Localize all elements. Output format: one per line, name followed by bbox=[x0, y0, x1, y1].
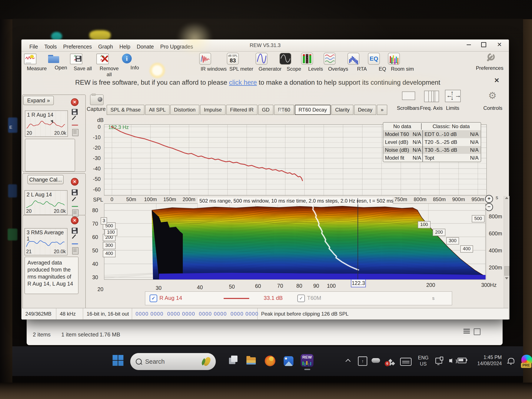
toolbar-button-save-all[interactable]: Save all bbox=[70, 54, 95, 71]
save-measurement-icon[interactable] bbox=[72, 228, 79, 235]
cell-value: N/A bbox=[469, 147, 481, 153]
toolbar-button-preferences[interactable]: Preferences bbox=[473, 53, 507, 71]
t60m-label: T60M bbox=[307, 295, 321, 301]
waterfall-chart[interactable] bbox=[104, 203, 487, 280]
tray-battery-icon[interactable] bbox=[457, 358, 466, 363]
tab-rt60-decay[interactable]: RT60 Decay bbox=[295, 105, 331, 115]
tab--[interactable]: » bbox=[377, 105, 387, 115]
tab-distortion[interactable]: Distortion bbox=[170, 105, 199, 115]
measurement-thumbnail-2[interactable]: 2 L Aug 14 20 20.0k bbox=[25, 190, 67, 215]
tab-filtered-ir[interactable]: Filtered IR bbox=[226, 105, 258, 115]
toolbar-button-open-folder[interactable]: Open bbox=[48, 54, 74, 71]
x-tick: 800m bbox=[413, 196, 427, 202]
x-tick: 50m bbox=[124, 196, 139, 202]
start-button[interactable] bbox=[112, 354, 124, 366]
cell-name: T20 -5..-25 dB bbox=[423, 139, 469, 145]
measurement-thumbnail-1[interactable]: 1 R Aug 14 20 20.0k bbox=[25, 110, 68, 137]
freq-axis-icon[interactable] bbox=[424, 91, 439, 102]
t60m-checkbox[interactable]: ✓ bbox=[297, 295, 305, 302]
tab-impulse[interactable]: Impulse bbox=[200, 105, 226, 115]
tab-gd[interactable]: GD bbox=[258, 105, 273, 115]
toolbar-button-measure[interactable]: Measure bbox=[24, 54, 50, 71]
notes-icon[interactable] bbox=[72, 129, 79, 136]
close-button[interactable]: ✕ bbox=[494, 40, 505, 49]
tab-rt60[interactable]: RT60 bbox=[274, 105, 294, 115]
toolbar-button-spl-meter[interactable]: dB SPL83SPL meter bbox=[227, 53, 256, 72]
rt60-header-right: Classic: No data bbox=[422, 123, 481, 129]
tray-keyboard-icon[interactable] bbox=[400, 358, 412, 366]
tray-volume-icon[interactable] bbox=[446, 357, 455, 365]
tab-clarity[interactable]: Clarity bbox=[331, 105, 354, 115]
tray-dropbox-icon[interactable]: 6 bbox=[386, 356, 394, 365]
remove-measurement-icon[interactable]: ✕ bbox=[71, 178, 78, 186]
controls-gear-icon[interactable]: ⚙ bbox=[488, 91, 497, 101]
tab-spl-phase[interactable]: SPL & Phase bbox=[107, 105, 145, 115]
photos-icon[interactable] bbox=[283, 356, 294, 367]
tray-chevron-up-icon[interactable] bbox=[345, 357, 351, 364]
spl-tick: 40 bbox=[85, 261, 98, 267]
cursor-frequency-readout[interactable]: 122.3 bbox=[351, 279, 366, 287]
zoom-in-icon[interactable]: + bbox=[485, 195, 493, 203]
trace-style-icon[interactable] bbox=[72, 119, 79, 126]
notification-bell-icon[interactable] bbox=[507, 356, 515, 365]
task-view-icon[interactable] bbox=[227, 356, 237, 366]
title-bar[interactable]: FileToolsPreferencesGraphHelpDonatePro U… bbox=[21, 40, 509, 51]
tab-all-spl[interactable]: All SPL bbox=[145, 105, 170, 115]
trace-style-icon[interactable] bbox=[72, 237, 79, 245]
rew-taskbar-icon[interactable]: REW bbox=[300, 354, 314, 367]
capture-camera-icon[interactable] bbox=[90, 95, 104, 105]
toolbar-label: Info bbox=[122, 65, 147, 71]
waterfall-y-axis-label: SPL bbox=[92, 197, 104, 203]
close-icon: ✕ bbox=[497, 42, 502, 48]
series-color-line bbox=[224, 298, 249, 299]
change-cal-button[interactable]: Change Cal... bbox=[27, 175, 64, 184]
change-cal-label: Change Cal... bbox=[29, 177, 62, 183]
save-measurement-icon[interactable] bbox=[72, 189, 79, 197]
limits-button[interactable]: Limits bbox=[442, 105, 463, 111]
remove-measurement-icon[interactable]: ✕ bbox=[71, 98, 78, 106]
maximize-button[interactable] bbox=[478, 40, 489, 49]
clock[interactable]: 1:45 PM 14/08/2024 bbox=[470, 354, 502, 367]
details-view-icon[interactable] bbox=[463, 329, 470, 334]
file-explorer-window[interactable]: 2 items 1 item selected 1.76 MB bbox=[27, 319, 503, 345]
dropbox-badge: 6 bbox=[385, 361, 390, 366]
tray-onedrive-icon[interactable] bbox=[372, 358, 380, 363]
notes-icon[interactable] bbox=[72, 247, 79, 254]
toolbar-button-ir-windows[interactable]: IR windows bbox=[199, 53, 228, 72]
limits-icon[interactable]: ↑↓ ←→ bbox=[445, 90, 461, 102]
file-explorer-icon[interactable] bbox=[246, 356, 257, 366]
toolbar-button-info[interactable]: iInfo bbox=[122, 54, 147, 71]
trace-style-icon[interactable] bbox=[72, 200, 79, 207]
donation-link[interactable]: click here bbox=[229, 79, 257, 86]
search-box[interactable]: Search bbox=[130, 353, 216, 370]
tray-share-screen-icon[interactable]: ↑ bbox=[358, 356, 367, 366]
tab-decay[interactable]: Decay bbox=[354, 105, 376, 115]
desktop-icon-label-fragment: E bbox=[9, 125, 12, 130]
tray-cast-icon[interactable] bbox=[435, 357, 443, 365]
copilot-icon[interactable]: PRE bbox=[520, 354, 532, 367]
expand-button[interactable]: Expand » bbox=[23, 96, 54, 105]
scrollbars-icon[interactable] bbox=[402, 91, 415, 100]
language-indicator[interactable]: ENG US bbox=[415, 355, 431, 367]
series-checkbox[interactable]: ✓ bbox=[150, 295, 157, 302]
notes-icon[interactable] bbox=[72, 209, 79, 217]
scrollbar-thumb bbox=[504, 266, 509, 276]
save-measurement-icon[interactable] bbox=[72, 109, 79, 116]
toolbar-button-remove-all[interactable]: Remove all bbox=[96, 54, 122, 77]
controls-button[interactable]: Controls bbox=[479, 105, 507, 111]
thumbnail-view-icon[interactable] bbox=[474, 328, 481, 335]
vertical-scrollbar[interactable] bbox=[504, 196, 509, 319]
minimize-button[interactable] bbox=[463, 40, 474, 49]
measurement-thumbnail-3[interactable]: 3 RMS Average 1 21 20.0k bbox=[25, 228, 67, 255]
x-tick: 750m bbox=[394, 196, 408, 202]
wall-time-label: 400 bbox=[103, 250, 115, 257]
remove-measurement-icon[interactable]: ✕ bbox=[71, 217, 78, 224]
toolbar-button-room-sim[interactable]: Room sim bbox=[388, 53, 417, 72]
cell-value: N/A bbox=[469, 155, 481, 161]
x-tick: 0 bbox=[105, 196, 119, 202]
freq-axis-button[interactable]: Freq. Axis bbox=[418, 105, 444, 111]
info-icon: i bbox=[122, 54, 147, 63]
search-icon bbox=[136, 359, 142, 365]
banner-close-icon[interactable]: ✕ bbox=[494, 77, 500, 84]
firefox-icon[interactable] bbox=[264, 355, 276, 367]
